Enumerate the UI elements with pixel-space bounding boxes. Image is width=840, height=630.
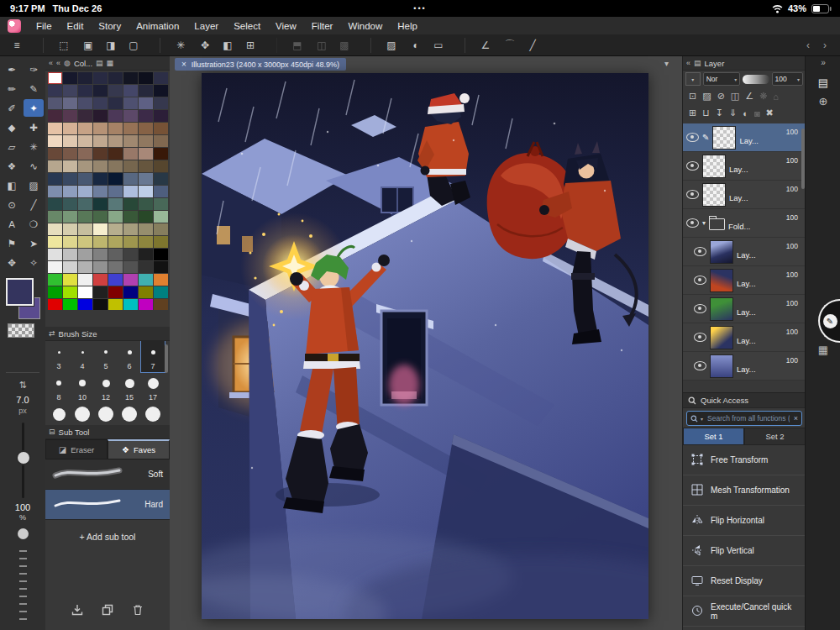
color-grid-icon[interactable]: ▦	[107, 59, 114, 67]
text-tool[interactable]: A	[2, 215, 22, 233]
layer-thumbnail[interactable]	[702, 155, 726, 178]
color-swatch[interactable]	[63, 160, 77, 172]
canvas-artwork[interactable]	[202, 73, 648, 619]
layer-thumbnail[interactable]	[710, 297, 733, 321]
color-swatch[interactable]	[108, 123, 123, 134]
transparent-color-well[interactable]	[8, 323, 34, 338]
layer-row[interactable]: 100Lay...	[683, 152, 806, 181]
color-swatch[interactable]	[93, 286, 108, 298]
menu-window[interactable]: Window	[348, 21, 382, 31]
brush-size-3[interactable]: 3	[47, 341, 71, 372]
menu-story[interactable]: Story	[98, 21, 121, 31]
lock-layer-icon[interactable]: ⊘	[717, 91, 725, 102]
color-swatch[interactable]	[108, 160, 123, 172]
visibility-eye-icon[interactable]	[694, 247, 706, 256]
nav-back-icon[interactable]: ‹	[806, 39, 810, 51]
color-swatch[interactable]	[78, 299, 92, 310]
opacity-step-slider[interactable]	[19, 550, 27, 622]
color-swatch[interactable]	[63, 97, 77, 109]
color-swatch[interactable]	[108, 223, 123, 235]
visibility-eye-icon[interactable]	[694, 361, 706, 370]
color-swatch[interactable]	[154, 236, 168, 248]
color-swatch[interactable]	[108, 72, 123, 84]
menu-file[interactable]: File	[36, 21, 52, 31]
balloon-tool[interactable]: ❍	[24, 215, 44, 233]
color-swatch[interactable]	[78, 148, 92, 160]
brush-size-20[interactable]: 20	[47, 403, 71, 425]
color-swatch[interactable]	[123, 211, 138, 223]
quick-access-item-mesh-transformation[interactable]: Mesh Transformation	[683, 475, 806, 506]
brush-size-25[interactable]: 25	[71, 403, 94, 425]
layer-mask-icon[interactable]: ◐	[743, 108, 748, 118]
color-swatch[interactable]	[123, 249, 138, 260]
folder-chevron-icon[interactable]: ▾	[702, 219, 706, 227]
sub-tool-brush-hard[interactable]: Hard	[45, 490, 170, 520]
color-swatch[interactable]	[48, 223, 62, 235]
layer-row[interactable]: 100Lay...	[683, 323, 806, 352]
layer-opacity-preview[interactable]	[743, 75, 769, 84]
layer-folder-row[interactable]: ▾100Fold...	[683, 209, 806, 238]
color-swatch[interactable]	[154, 173, 168, 185]
airbrush-tool[interactable]: ✦	[24, 99, 44, 117]
color-swatch[interactable]	[139, 223, 153, 235]
color-swatch[interactable]	[139, 173, 153, 185]
color-swatch[interactable]	[108, 299, 123, 310]
color-swatch[interactable]	[139, 85, 153, 97]
color-swatch[interactable]	[139, 286, 153, 298]
color-swatch[interactable]	[139, 198, 153, 210]
color-swatch[interactable]	[93, 173, 108, 185]
line-tool[interactable]: ╱	[24, 196, 44, 213]
color-wheel-icon[interactable]: ◍	[64, 59, 71, 67]
color-swatch[interactable]	[108, 135, 123, 147]
opacity-slider-knob[interactable]	[18, 528, 29, 539]
document-tab[interactable]: × Illustration23 (2400 x 3000px 450dpi 4…	[175, 58, 346, 71]
color-swatch[interactable]	[154, 148, 168, 160]
soft-eraser-tool[interactable]: ✳	[24, 138, 44, 155]
color-swatch[interactable]	[93, 299, 108, 310]
navigator-panel-tab-icon[interactable]: ▦	[806, 344, 840, 356]
color-swatch[interactable]	[48, 249, 62, 260]
color-swatch[interactable]	[154, 299, 168, 310]
color-swatch[interactable]	[154, 160, 168, 172]
quick-access-item-free-transform[interactable]: Free Transform	[683, 445, 806, 475]
color-swatch[interactable]	[48, 236, 62, 248]
clip-studio-logo-icon[interactable]	[8, 19, 21, 33]
color-swatch[interactable]	[78, 160, 92, 172]
nav-forward-icon[interactable]: ›	[823, 39, 827, 51]
color-swatch[interactable]	[48, 299, 62, 310]
color-swatch[interactable]	[63, 274, 77, 286]
select-filled-icon[interactable]: ▣	[80, 38, 97, 53]
color-swatch[interactable]	[154, 85, 168, 97]
quick-access-item-flip-horizontal[interactable]: Flip Horizontal	[683, 506, 806, 536]
color-swatch[interactable]	[139, 261, 153, 273]
color-swatch[interactable]	[154, 97, 168, 109]
color-swatch[interactable]	[108, 85, 123, 97]
color-slider-icon[interactable]: ▤	[96, 59, 103, 67]
color-swatch[interactable]	[48, 160, 62, 172]
search-scope-chevron-icon[interactable]: ▾	[701, 416, 703, 422]
color-swatch[interactable]	[139, 135, 153, 147]
delete-sub-tool-icon[interactable]	[132, 604, 144, 616]
color-swatch[interactable]	[123, 198, 138, 210]
color-swatch[interactable]	[108, 148, 123, 160]
color-swatch[interactable]	[93, 236, 108, 248]
layer-row[interactable]: 100Lay...	[683, 295, 806, 323]
color-swatch[interactable]	[63, 286, 77, 298]
visibility-eye-icon[interactable]	[686, 161, 699, 171]
layer-thumbnail[interactable]	[702, 183, 726, 207]
color-swatch[interactable]	[48, 85, 62, 97]
color-swatch[interactable]	[139, 72, 153, 84]
color-swatch[interactable]	[48, 97, 62, 109]
search-bar[interactable]: ▾ ×	[686, 411, 802, 426]
gradient-tool[interactable]: ▨	[24, 176, 44, 194]
color-swatch[interactable]	[63, 211, 77, 223]
color-swatch[interactable]	[63, 135, 77, 147]
brush-size-35[interactable]: 35	[118, 403, 141, 425]
move-tool-icon[interactable]: ✥	[197, 38, 213, 53]
eyedropper-tool[interactable]: ✧	[24, 254, 44, 271]
decoration-tool[interactable]: ✚	[24, 118, 44, 136]
color-swatch[interactable]	[154, 286, 168, 298]
color-swatch[interactable]	[78, 186, 92, 197]
color-swatch[interactable]	[48, 173, 62, 185]
brush-size-5[interactable]: 5	[94, 341, 118, 372]
